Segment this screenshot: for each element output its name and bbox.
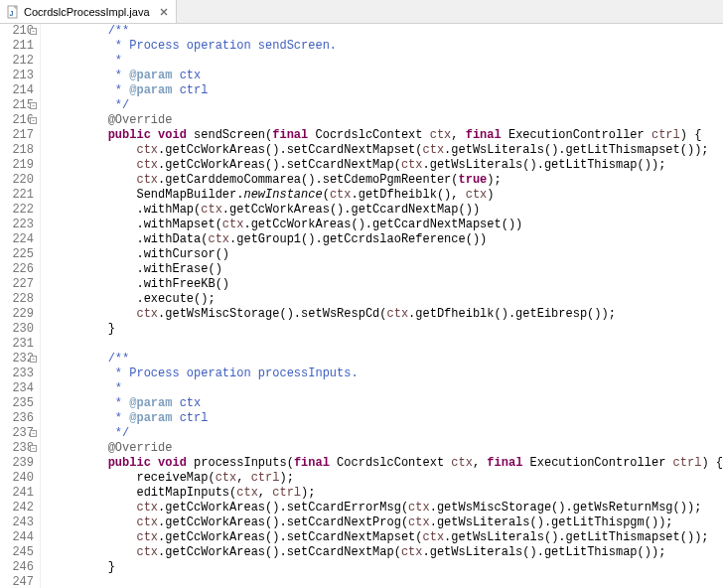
line-number: 226 — [0, 262, 34, 277]
line-number: 241 — [0, 486, 34, 501]
code-line[interactable]: receiveMap(ctx, ctrl); — [51, 471, 723, 486]
line-number: 218 — [0, 143, 34, 158]
code-line[interactable]: @Override — [51, 113, 723, 128]
line-number: 232- — [0, 352, 34, 367]
line-number: 240 — [0, 471, 34, 486]
line-number-gutter: 210-211212213214215-216-2172182192202212… — [0, 24, 41, 588]
line-number: 227 — [0, 277, 34, 292]
fold-toggle-icon[interactable]: - — [30, 28, 37, 35]
line-number: 211 — [0, 39, 34, 54]
tab-bar: J CocrdslcProcessImpl.java — [0, 0, 723, 24]
code-line[interactable]: .withFreeKB() — [51, 277, 723, 292]
code-line[interactable]: ctx.getCcWorkAreas().setCcardNextMapset(… — [51, 530, 723, 545]
line-number: 238- — [0, 441, 34, 456]
code-line[interactable]: ctx.getCcWorkAreas().setCcardNextProg(ct… — [51, 515, 723, 530]
tab-filename: CocrdslcProcessImpl.java — [24, 6, 150, 18]
line-number: 216- — [0, 113, 34, 128]
code-line[interactable]: */ — [51, 98, 723, 113]
code-line[interactable]: .withErase() — [51, 262, 723, 277]
fold-toggle-icon[interactable]: - — [30, 117, 37, 124]
code-line[interactable]: public void processInputs(final Cocrdslc… — [51, 456, 723, 471]
line-number: 229 — [0, 307, 34, 322]
code-line[interactable]: ctx.getCarddemoCommarea().setCdemoPgmRee… — [51, 173, 723, 188]
line-number: 244 — [0, 530, 34, 545]
fold-toggle-icon[interactable]: - — [30, 445, 37, 452]
line-number: 219 — [0, 158, 34, 173]
code-line[interactable]: } — [51, 322, 723, 337]
code-line[interactable]: ctx.getCcWorkAreas().setCcardErrorMsg(ct… — [51, 501, 723, 515]
code-line[interactable]: * @param ctrl — [51, 83, 723, 98]
line-number: 228 — [0, 292, 34, 307]
fold-toggle-icon[interactable]: - — [30, 430, 37, 437]
line-number: 236 — [0, 411, 34, 426]
line-number: 243 — [0, 515, 34, 530]
line-number: 239 — [0, 456, 34, 471]
line-number: 231 — [0, 337, 34, 352]
line-number: 246 — [0, 560, 34, 575]
code-line[interactable]: * @param ctx — [51, 69, 723, 83]
line-number: 212 — [0, 54, 34, 69]
code-line[interactable]: @Override — [51, 441, 723, 456]
line-number: 222 — [0, 203, 34, 218]
line-number: 217 — [0, 128, 34, 143]
code-line[interactable]: * — [51, 54, 723, 69]
code-line[interactable]: ctx.getCcWorkAreas().setCcardNextMap(ctx… — [51, 158, 723, 173]
line-number: 215- — [0, 98, 34, 113]
code-line[interactable]: public void sendScreen(final CocrdslcCon… — [51, 128, 723, 143]
code-line[interactable]: * @param ctx — [51, 396, 723, 411]
code-line[interactable]: .withMap(ctx.getCcWorkAreas().getCcardNe… — [51, 203, 723, 218]
line-number: 237- — [0, 426, 34, 441]
code-area[interactable]: /** * Process operation sendScreen. * * … — [41, 24, 723, 588]
code-line[interactable]: /** — [51, 24, 723, 39]
code-line[interactable]: ctx.getCcWorkAreas().setCcardNextMapset(… — [51, 143, 723, 158]
line-number: 235 — [0, 396, 34, 411]
line-number: 230 — [0, 322, 34, 337]
code-line[interactable] — [51, 337, 723, 352]
line-number: 245 — [0, 545, 34, 560]
svg-text:J: J — [10, 10, 14, 17]
code-editor[interactable]: 210-211212213214215-216-2172182192202212… — [0, 24, 723, 588]
code-line[interactable]: .withMapset(ctx.getCcWorkAreas().getCcar… — [51, 218, 723, 232]
code-line[interactable]: ctx.getWsMiscStorage().setWsRespCd(ctx.g… — [51, 307, 723, 322]
line-number: 242 — [0, 501, 34, 515]
code-line[interactable]: * @param ctrl — [51, 411, 723, 426]
line-number: 210- — [0, 24, 34, 39]
line-number: 234 — [0, 381, 34, 396]
fold-toggle-icon[interactable]: - — [30, 356, 37, 363]
code-line[interactable]: } — [51, 560, 723, 575]
code-line[interactable]: .withData(ctx.getGroup1().getCcrdslaoRef… — [51, 232, 723, 247]
close-icon[interactable] — [158, 6, 170, 18]
code-line[interactable]: * Process operation processInputs. — [51, 367, 723, 381]
tab-file[interactable]: J CocrdslcProcessImpl.java — [0, 0, 177, 23]
fold-toggle-icon[interactable]: - — [30, 102, 37, 109]
code-line[interactable]: /** — [51, 352, 723, 367]
java-file-icon: J — [6, 5, 20, 19]
line-number: 214 — [0, 83, 34, 98]
code-line[interactable]: editMapInputs(ctx, ctrl); — [51, 486, 723, 501]
code-line[interactable]: ctx.getCcWorkAreas().setCcardNextMap(ctx… — [51, 545, 723, 560]
code-line[interactable]: SendMapBuilder.newInstance(ctx.getDfheib… — [51, 188, 723, 203]
code-line[interactable]: * — [51, 381, 723, 396]
line-number: 223 — [0, 218, 34, 232]
code-line[interactable] — [51, 575, 723, 588]
line-number: 224 — [0, 232, 34, 247]
code-line[interactable]: .execute(); — [51, 292, 723, 307]
line-number: 233 — [0, 367, 34, 381]
line-number: 221 — [0, 188, 34, 203]
code-line[interactable]: * Process operation sendScreen. — [51, 39, 723, 54]
line-number: 225 — [0, 247, 34, 262]
code-line[interactable]: */ — [51, 426, 723, 441]
line-number: 213 — [0, 69, 34, 83]
code-line[interactable]: .withCursor() — [51, 247, 723, 262]
line-number: 247 — [0, 575, 34, 588]
line-number: 220 — [0, 173, 34, 188]
